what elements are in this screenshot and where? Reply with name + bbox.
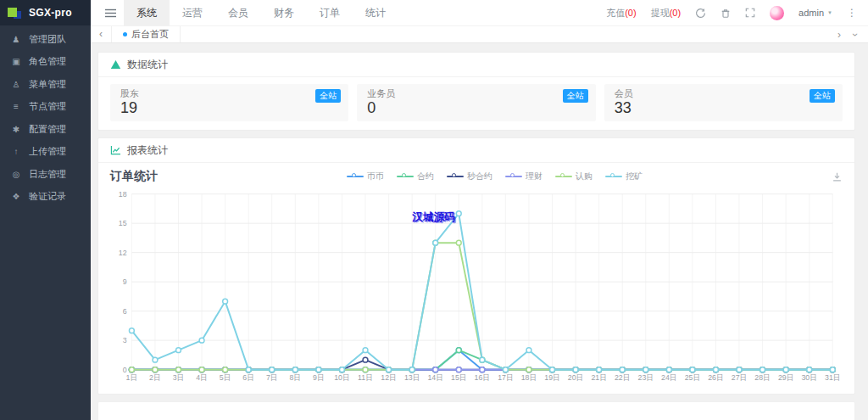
svg-text:9日: 9日 [313,373,325,382]
legend-marker-icon [605,173,622,181]
svg-text:3日: 3日 [173,373,185,382]
sidebar-item-label: 配置管理 [29,123,66,136]
stat-value: 0 [367,99,585,117]
main-area: 系统运营会员财务订单统计 充值(0) 提现(0) admin▼ ⋮ ‹ [91,0,868,420]
report-card: 报表统计 订单统计 币币合约秒合约理财认购挖矿 03691215181日2日3日… [97,137,855,395]
breadcrumb: ‹ 后台首页 › › [91,25,868,43]
legend-label: 合约 [417,171,434,182]
stat-label: 会员 [615,87,832,99]
data-stats-header: 数据统计 [98,53,854,77]
legend-item-挖矿[interactable]: 挖矿 [605,171,643,182]
sidebar-item-verify[interactable]: ❖验证记录 [0,186,91,209]
legend-item-秒合约[interactable]: 秒合约 [447,171,492,182]
scope-badge: 全站 [315,89,341,103]
sidebar-item-node[interactable]: ≡节点管理 [0,96,91,119]
svg-text:5日: 5日 [220,373,231,382]
recharge-link[interactable]: 充值(0) [606,7,636,20]
verified-icon: ❖ [11,192,21,201]
data-stats-title: 数据统计 [127,58,168,72]
withdraw-link[interactable]: 提现(0) [651,7,681,20]
svg-text:16日: 16日 [475,373,491,382]
svg-text:30日: 30日 [801,373,817,382]
legend-item-认购[interactable]: 认购 [555,171,593,182]
upload-icon: ↑ [11,147,21,156]
legend-label: 认购 [576,171,593,182]
sidebar-item-role[interactable]: ▣角色管理 [0,51,91,74]
svg-text:17日: 17日 [498,373,514,382]
breadcrumb-tab-home[interactable]: 后台首页 [111,26,181,42]
order-stats-chart[interactable]: 03691215181日2日3日4日5日6日7日8日9日10日11日12日13日… [110,187,843,389]
stat-card: 会员33全站 [604,84,843,121]
sidebar-item-upload[interactable]: ↑上传管理 [0,141,91,164]
report-header: 报表统计 [98,138,854,163]
gear-icon: ✱ [11,125,21,134]
fullscreen-icon[interactable] [745,8,755,18]
watermark-text: 汉城源码 [411,211,455,223]
sidebar-item-label: 菜单管理 [29,78,66,91]
svg-text:23日: 23日 [638,373,654,382]
avatar[interactable] [770,6,784,20]
legend-marker-icon [447,173,464,181]
tab-会员[interactable]: 会员 [215,0,261,25]
line-chart-icon [110,145,121,155]
tab-系统[interactable]: 系统 [124,0,170,25]
username: admin [798,8,824,18]
next-section-card [97,401,855,420]
sidebar-item-log[interactable]: ◎日志管理 [0,163,91,186]
sidebar-item-menu[interactable]: ♙菜单管理 [0,73,91,96]
person-icon: ♙ [11,80,21,89]
chevron-left-icon[interactable]: ‹ [91,25,111,43]
logo[interactable]: SGX-pro [0,0,91,25]
tab-dropdown-icon[interactable]: › [849,33,861,36]
sidebar: SGX-pro ♟管理团队▣角色管理♙菜单管理≡节点管理✱配置管理↑上传管理◎日… [0,0,91,420]
chart-container: 订单统计 币币合约秒合约理财认购挖矿 03691215181日2日3日4日5日6… [98,163,854,394]
app-window: SGX-pro ♟管理团队▣角色管理♙菜单管理≡节点管理✱配置管理↑上传管理◎日… [0,0,868,420]
refresh-icon[interactable] [695,8,706,19]
recharge-label: 充值 [606,8,625,18]
sidebar-item-config[interactable]: ✱配置管理 [0,118,91,141]
chevron-down-icon: ▼ [827,10,832,15]
scope-badge: 全站 [563,89,588,103]
stat-label: 股东 [120,87,338,99]
tab-订单[interactable]: 订单 [307,0,353,25]
recharge-count: (0) [625,8,636,18]
more-vertical-icon[interactable]: ⋮ [847,7,857,19]
svg-text:7日: 7日 [266,373,278,382]
svg-text:10日: 10日 [334,373,350,382]
svg-text:2日: 2日 [149,373,161,382]
legend-item-理财[interactable]: 理财 [505,171,542,182]
list-icon: ≡ [11,102,21,111]
svg-text:15日: 15日 [451,373,467,382]
legend-item-币币[interactable]: 币币 [347,171,384,182]
chevron-right-icon[interactable]: › [837,29,841,41]
sidebar-item-team[interactable]: ♟管理团队 [0,28,91,51]
tab-scroll-controls: › › [837,29,868,41]
menu-icon[interactable] [105,8,116,18]
clear-icon[interactable] [721,8,731,19]
svg-text:1日: 1日 [126,373,138,382]
sidebar-item-label: 验证记录 [29,190,66,203]
legend-label: 币币 [367,171,384,182]
log-icon: ◎ [11,170,21,179]
legend-label: 理财 [526,171,542,182]
top-right-controls: 充值(0) 提现(0) admin▼ ⋮ [606,6,868,20]
stat-label: 业务员 [367,87,585,99]
svg-text:21日: 21日 [591,373,607,382]
stat-card: 业务员0全站 [357,84,595,121]
legend-marker-icon [347,173,364,181]
legend-item-合约[interactable]: 合约 [397,171,434,182]
sidebar-item-label: 节点管理 [29,100,66,113]
legend-label: 秒合约 [467,171,492,182]
sidebar-menu: ♟管理团队▣角色管理♙菜单管理≡节点管理✱配置管理↑上传管理◎日志管理❖验证记录 [0,25,91,208]
logo-icon [8,7,22,20]
content: 数据统计 股东19全站业务员0全站会员33全站 报表统计 订单统计 币币合约秒合… [91,45,868,420]
sidebar-item-label: 角色管理 [29,55,66,68]
tab-财务[interactable]: 财务 [261,0,307,25]
tab-统计[interactable]: 统计 [353,0,398,25]
download-icon[interactable] [832,171,843,182]
user-menu[interactable]: admin▼ [798,8,832,18]
tab-运营[interactable]: 运营 [170,0,215,25]
sidebar-item-label: 管理团队 [29,33,66,46]
svg-text:14日: 14日 [427,373,443,382]
stat-value: 19 [120,99,338,117]
